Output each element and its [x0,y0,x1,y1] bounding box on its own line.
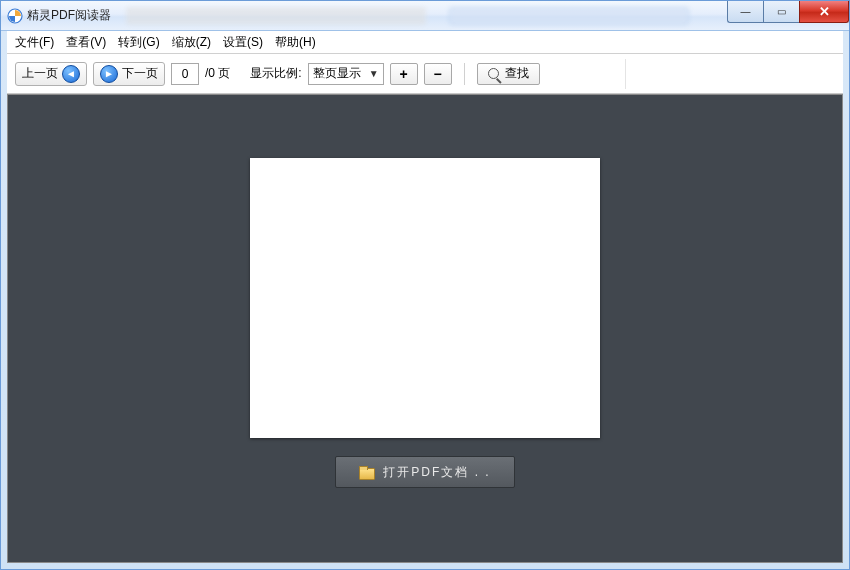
plus-icon: + [400,66,408,82]
prev-page-label: 上一页 [22,65,58,82]
maximize-button[interactable]: ▭ [763,1,799,23]
background-field-blur [449,7,689,25]
folder-icon [359,466,373,478]
titlebar: 精灵PDF阅读器 — ▭ ✕ [1,1,849,31]
chevron-down-icon: ▼ [369,68,379,79]
minimize-button[interactable]: — [727,1,763,23]
window-frame-right [843,31,849,569]
blank-page-preview [250,158,600,438]
menu-file[interactable]: 文件(F) [15,34,54,51]
zoom-label: 显示比例: [250,65,301,82]
search-button[interactable]: 查找 [477,63,540,85]
zoom-mode-value: 整页显示 [313,65,361,82]
app-title: 精灵PDF阅读器 [27,7,111,24]
menubar: 文件(F) 查看(V) 转到(G) 缩放(Z) 设置(S) 帮助(H) [7,31,843,54]
close-button[interactable]: ✕ [799,1,849,23]
background-text-blur [126,7,426,25]
menu-goto[interactable]: 转到(G) [118,34,159,51]
menu-help[interactable]: 帮助(H) [275,34,316,51]
next-page-label: 下一页 [122,65,158,82]
search-label: 查找 [505,65,529,82]
minimize-icon: — [741,6,751,17]
page-total-label: /0 页 [205,65,230,82]
arrow-right-icon: ► [100,65,118,83]
zoom-out-button[interactable]: − [424,63,452,85]
toolbar: 上一页 ◄ ► 下一页 /0 页 显示比例: 整页显示 ▼ + − 查找 [7,54,843,94]
window-controls: — ▭ ✕ [727,1,849,23]
page-number-input[interactable] [171,63,199,85]
document-viewport: 打开PDF文档 . . [7,94,843,563]
toolbar-separator [464,63,465,85]
maximize-icon: ▭ [777,6,786,17]
menu-settings[interactable]: 设置(S) [223,34,263,51]
toolbar-spacer [625,59,835,89]
menu-view[interactable]: 查看(V) [66,34,106,51]
search-icon [488,68,499,79]
minus-icon: − [434,66,442,82]
zoom-mode-select[interactable]: 整页显示 ▼ [308,63,384,85]
prev-page-button[interactable]: 上一页 ◄ [15,62,87,86]
open-pdf-button[interactable]: 打开PDF文档 . . [335,456,515,488]
next-page-button[interactable]: ► 下一页 [93,62,165,86]
menu-zoom[interactable]: 缩放(Z) [172,34,211,51]
close-icon: ✕ [819,4,830,19]
zoom-in-button[interactable]: + [390,63,418,85]
arrow-left-icon: ◄ [62,65,80,83]
app-icon [7,8,23,24]
open-pdf-label: 打开PDF文档 . . [383,464,490,481]
